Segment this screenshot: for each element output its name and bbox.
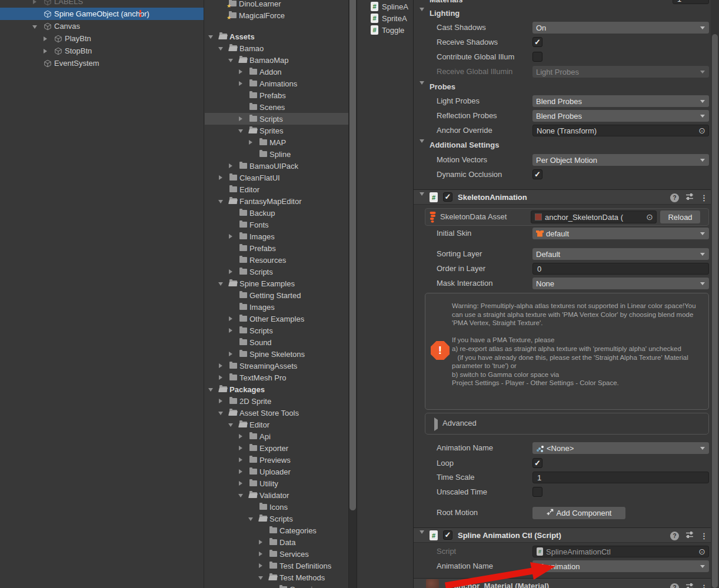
hierarchy-item[interactable]: PlayBtn (0, 32, 204, 45)
hierarchy-item[interactable]: Spine GameObject (anchor) (0, 8, 204, 20)
foldout-arrow[interactable] (227, 269, 237, 274)
tree-item[interactable]: Data (205, 536, 348, 548)
foldout-arrow[interactable] (41, 36, 52, 41)
spline-animation-name-dropdown[interactable]: animation (532, 560, 709, 572)
foldout-arrow[interactable] (217, 363, 227, 368)
anchor-override-field[interactable]: None (Transform)⊙ (532, 125, 709, 136)
tree-item[interactable]: Editor (205, 419, 348, 430)
foldout-arrow[interactable] (227, 352, 237, 356)
foldout-arrow[interactable] (257, 540, 267, 544)
tree-item[interactable]: Getting Started (205, 289, 348, 301)
dynamic-occlusion-checkbox[interactable]: ✓ (532, 169, 542, 179)
component-enabled-checkbox[interactable]: ✓ (443, 192, 452, 202)
sorting-layer-dropdown[interactable]: Default (532, 248, 709, 260)
kebab-menu-icon[interactable]: ⋮ (700, 193, 708, 202)
spline-animation-ctl-header[interactable]: # ✓ Spline Animation Ctl (Script) ? ⋮ (414, 527, 719, 543)
foldout-arrow[interactable] (247, 516, 257, 521)
foldout-arrow[interactable] (257, 575, 267, 580)
contribute-gi-checkbox[interactable] (532, 52, 542, 62)
tree-item[interactable]: Previews (205, 454, 348, 466)
chevron-down-icon[interactable] (420, 534, 424, 543)
kebab-menu-icon[interactable]: ⋮ (700, 583, 708, 588)
component-enabled-checkbox[interactable]: ✓ (443, 530, 452, 540)
chevron-right-icon[interactable] (434, 420, 438, 429)
foldout-arrow[interactable] (217, 375, 227, 380)
tree-item[interactable]: BamaoMap (205, 54, 348, 66)
tree-item[interactable]: Scripts (205, 325, 348, 336)
foldout-arrow[interactable] (227, 163, 237, 168)
foldout-arrow[interactable] (237, 493, 247, 497)
tree-item[interactable]: Animations (205, 78, 348, 89)
foldout-arrow[interactable] (217, 46, 227, 51)
tree-item[interactable]: Prefabs (205, 242, 348, 254)
tree-item[interactable]: Spine Skeletons (205, 348, 348, 360)
tree-item[interactable]: BamaoUIPack (205, 160, 348, 172)
tree-item[interactable]: Bamao (205, 42, 348, 54)
project-scrollbar-handle[interactable] (349, 0, 356, 510)
hierarchy-item[interactable]: LABELS (0, 0, 204, 8)
foldout-arrow[interactable] (217, 281, 227, 286)
materials-size-field[interactable]: 1 (673, 0, 709, 4)
preset-sliders-icon[interactable] (685, 193, 694, 202)
tree-item[interactable]: Test Definitions (205, 560, 348, 572)
foldout-arrow[interactable] (227, 234, 237, 239)
tree-item[interactable]: Other Examples (205, 313, 348, 325)
tree-item[interactable]: Services (205, 548, 348, 560)
tree-item[interactable]: Generic (205, 583, 348, 588)
tree-item[interactable]: Utility (205, 477, 348, 489)
hierarchy-item[interactable]: StopBtn (0, 45, 204, 57)
time-scale-input[interactable]: 1 (532, 472, 709, 483)
tree-item[interactable]: Backup (205, 207, 348, 219)
foldout-arrow[interactable] (227, 328, 237, 333)
tree-item[interactable]: Scripts (205, 266, 348, 278)
foldout-arrow[interactable] (217, 410, 227, 415)
motion-vectors-dropdown[interactable]: Per Object Motion (532, 154, 709, 166)
tree-item[interactable]: Uploader (205, 466, 348, 477)
foldout-arrow[interactable] (237, 69, 247, 74)
mask-interaction-dropdown[interactable]: None (532, 278, 709, 289)
foldout-arrow[interactable] (227, 422, 237, 427)
foldout-arrow[interactable] (257, 563, 267, 568)
foldout-arrow[interactable] (227, 316, 237, 321)
tree-item[interactable]: Assets (205, 31, 348, 42)
kebab-menu-icon[interactable]: ⋮ (700, 532, 708, 540)
tree-item[interactable]: Prefabs (205, 89, 348, 101)
add-component-button[interactable]: Add Component (532, 507, 625, 519)
reflection-probes-dropdown[interactable]: Blend Probes (532, 110, 709, 122)
foldout-arrow[interactable] (207, 34, 217, 39)
tree-item[interactable]: Validator (205, 489, 348, 501)
lighting-section-header[interactable]: Lighting (414, 8, 711, 20)
chevron-down-icon[interactable] (420, 196, 424, 205)
tree-item[interactable]: TextMesh Pro (205, 372, 348, 383)
foldout-arrow[interactable] (237, 434, 247, 439)
foldout-arrow[interactable] (217, 399, 227, 403)
foldout-arrow[interactable] (257, 552, 267, 556)
skeleton-animation-header[interactable]: # ✓ SkeletonAnimation ? ⋮ (414, 189, 719, 205)
tree-item[interactable]: Asset Store Tools (205, 407, 348, 419)
additional-settings-header[interactable]: Additional Settings (414, 140, 711, 152)
foldout-arrow[interactable] (31, 24, 41, 29)
tree-item[interactable]: Editor (205, 183, 348, 195)
script-asset-item[interactable]: #Toggle (357, 24, 413, 36)
initial-skin-dropdown[interactable]: default (532, 228, 709, 239)
tree-item[interactable]: Addon (205, 66, 348, 78)
tree-item[interactable]: Scenes (205, 101, 348, 113)
tree-item[interactable]: Categories (205, 524, 348, 536)
cast-shadows-dropdown[interactable]: On (532, 22, 709, 34)
object-picker-icon[interactable]: ⊙ (698, 125, 705, 136)
order-in-layer-input[interactable]: 0 (532, 263, 709, 275)
help-icon[interactable]: ? (670, 583, 679, 588)
foldout-arrow[interactable] (247, 140, 257, 145)
foldout-arrow[interactable] (237, 469, 247, 474)
tree-item[interactable]: MAP (205, 136, 348, 148)
tree-item[interactable]: Images (205, 301, 348, 313)
tree-item[interactable]: Scripts (205, 113, 348, 125)
loop-checkbox[interactable]: ✓ (532, 458, 542, 468)
tree-item[interactable]: Test Methods (205, 572, 348, 583)
inspector-scrollbar[interactable] (711, 0, 719, 588)
animation-name-dropdown[interactable]: <None> (532, 442, 709, 454)
foldout-arrow[interactable] (237, 128, 247, 133)
favorite-item[interactable]: ★MagicalForce (205, 9, 348, 21)
tree-item[interactable]: 2D Sprite (205, 395, 348, 407)
tree-item[interactable]: Api (205, 430, 348, 442)
